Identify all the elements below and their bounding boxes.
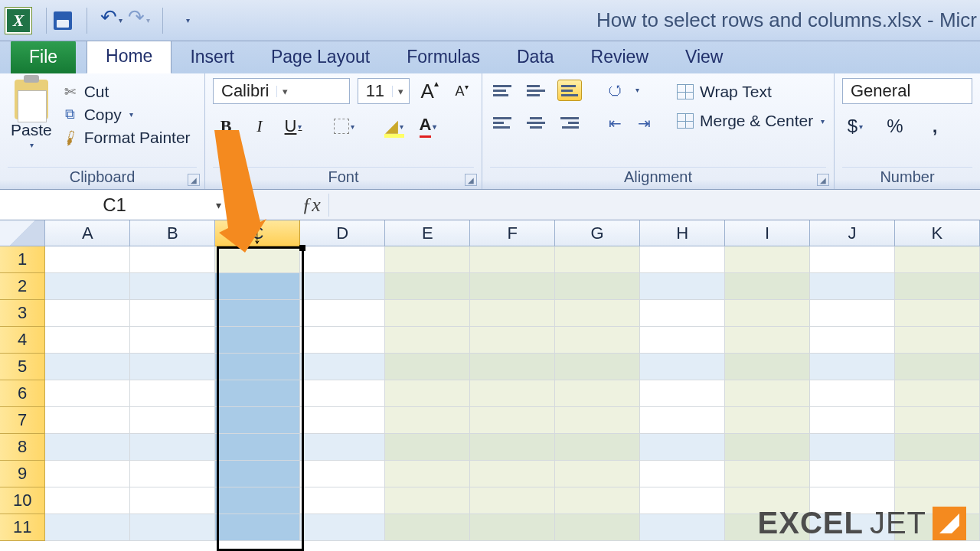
font-name-combo[interactable]: Calibri ▾ [213, 78, 350, 104]
font-launcher[interactable]: ◢ [465, 174, 477, 186]
cell[interactable] [215, 273, 300, 300]
column-header-j[interactable]: J [810, 220, 895, 246]
wrap-text-button[interactable]: Wrap Text [677, 83, 825, 101]
column-header-h[interactable]: H [640, 220, 725, 246]
cell[interactable] [130, 514, 215, 541]
row-header-3[interactable]: 3 [0, 300, 45, 327]
cell[interactable] [810, 407, 895, 434]
align-middle-button[interactable] [524, 80, 548, 101]
orientation-button[interactable]: ⭯ [603, 78, 626, 101]
cell[interactable] [555, 461, 640, 487]
row-header-1[interactable]: 1 [0, 246, 45, 273]
cell[interactable] [130, 354, 215, 380]
column-header-a[interactable]: A [45, 220, 130, 246]
cell[interactable] [300, 407, 385, 434]
cell[interactable] [895, 327, 980, 354]
chevron-down-icon[interactable]: ▾ [433, 122, 436, 131]
cell[interactable] [45, 354, 130, 380]
cell[interactable] [385, 300, 470, 327]
cut-button[interactable]: ✄ Cut [63, 83, 191, 101]
column-header-i[interactable]: I [725, 220, 810, 246]
fill-color-button[interactable]: ◢ ▾ [381, 113, 407, 139]
cell[interactable] [725, 246, 810, 273]
chevron-down-icon[interactable]: ▾ [400, 122, 403, 131]
cell[interactable] [555, 380, 640, 407]
cell[interactable] [725, 327, 810, 354]
cell[interactable] [385, 514, 470, 541]
borders-button[interactable]: ▾ [331, 113, 357, 139]
cell[interactable] [640, 327, 725, 354]
cell[interactable] [300, 487, 385, 514]
cell[interactable] [470, 273, 555, 300]
tab-home[interactable]: Home [87, 39, 172, 73]
cell[interactable] [45, 300, 130, 327]
cell[interactable] [130, 273, 215, 300]
chevron-down-icon[interactable]: ▾ [635, 86, 639, 94]
cell[interactable] [555, 354, 640, 380]
increase-indent-button[interactable]: ⇥ [632, 112, 655, 135]
cell[interactable] [470, 300, 555, 327]
clipboard-launcher[interactable]: ◢ [188, 174, 200, 186]
save-button[interactable] [53, 11, 73, 31]
tab-page-layout[interactable]: Page Layout [253, 41, 388, 73]
cell[interactable] [470, 434, 555, 461]
cell[interactable] [385, 434, 470, 461]
cell[interactable] [640, 246, 725, 273]
customize-qat-button[interactable]: ▾ [177, 11, 197, 31]
cell[interactable] [300, 327, 385, 354]
cell[interactable] [725, 300, 810, 327]
cell[interactable] [555, 300, 640, 327]
cell[interactable] [130, 380, 215, 407]
chevron-down-icon[interactable]: ▾ [146, 16, 150, 24]
cell[interactable] [895, 273, 980, 300]
cell[interactable] [300, 461, 385, 487]
cell[interactable] [725, 407, 810, 434]
align-bottom-button[interactable] [557, 80, 582, 101]
cell[interactable] [130, 246, 215, 273]
cell[interactable] [725, 354, 810, 380]
cell[interactable] [45, 246, 130, 273]
cell[interactable] [725, 434, 810, 461]
cell[interactable] [470, 514, 555, 541]
cell[interactable] [45, 407, 130, 434]
cell[interactable] [45, 487, 130, 514]
row-header-2[interactable]: 2 [0, 273, 45, 300]
cell[interactable] [385, 487, 470, 514]
chevron-down-icon[interactable]: ▾ [298, 122, 302, 131]
cell[interactable] [385, 407, 470, 434]
decrease-font-button[interactable]: A▾ [449, 78, 474, 104]
cell[interactable] [725, 273, 810, 300]
cell[interactable] [640, 354, 725, 380]
undo-button[interactable]: ↶▾ [101, 11, 121, 31]
cell[interactable] [640, 461, 725, 487]
chevron-down-icon[interactable]: ▾ [30, 141, 34, 149]
cell[interactable] [640, 300, 725, 327]
cell[interactable] [555, 434, 640, 461]
cell[interactable] [130, 461, 215, 487]
cell[interactable] [385, 380, 470, 407]
row-header-5[interactable]: 5 [0, 354, 45, 380]
row-header-9[interactable]: 9 [0, 461, 45, 487]
cell[interactable] [130, 434, 215, 461]
cell[interactable] [895, 354, 980, 380]
italic-button[interactable]: I [247, 113, 273, 139]
bold-button[interactable]: B [213, 113, 239, 139]
row-header-10[interactable]: 10 [0, 487, 45, 514]
increase-font-button[interactable]: A▴ [417, 78, 442, 104]
paste-button[interactable]: Paste ▾ [8, 78, 55, 151]
cell[interactable] [470, 354, 555, 380]
column-header-f[interactable]: F [470, 220, 555, 246]
tab-data[interactable]: Data [498, 41, 573, 73]
row-header-6[interactable]: 6 [0, 380, 45, 407]
cell[interactable] [810, 246, 895, 273]
chevron-down-icon[interactable]: ▾ [129, 110, 133, 119]
tab-insert[interactable]: Insert [172, 41, 253, 73]
cell[interactable] [555, 246, 640, 273]
cell[interactable] [300, 380, 385, 407]
cell[interactable] [215, 461, 300, 487]
cell[interactable] [45, 380, 130, 407]
cell[interactable] [385, 273, 470, 300]
comma-button[interactable]: , [922, 113, 948, 139]
row-header-8[interactable]: 8 [0, 434, 45, 461]
cell[interactable] [385, 354, 470, 380]
